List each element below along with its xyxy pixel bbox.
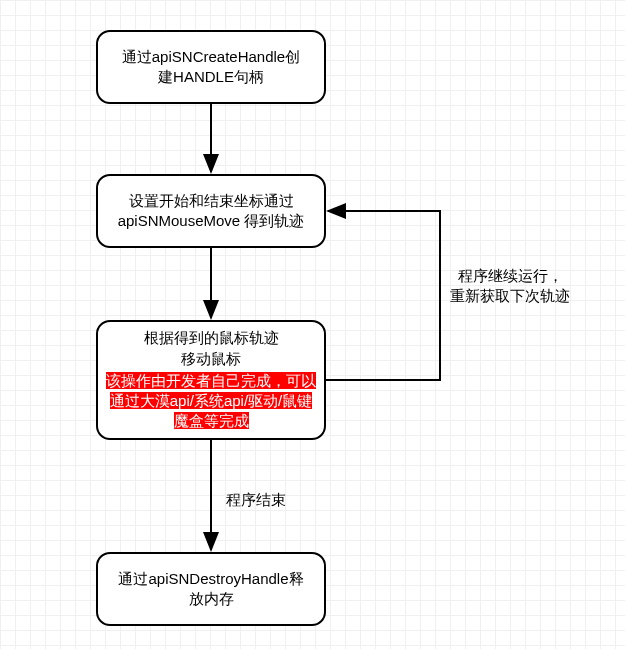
node-text: 根据得到的鼠标轨迹 — [144, 328, 279, 348]
node-mouse-move: 设置开始和结束坐标通过 apiSNMouseMove 得到轨迹 — [96, 174, 326, 248]
edge-label-text: 重新获取下次轨迹 — [450, 286, 570, 306]
node-text: 建HANDLE句柄 — [158, 67, 264, 87]
node-text: 通过apiSNCreateHandle创 — [122, 47, 300, 67]
node-text: 设置开始和结束坐标通过 — [129, 191, 294, 211]
node-highlight: 通过大漠api/系统api/驱动/鼠键 — [110, 392, 313, 409]
node-text: 放内存 — [189, 589, 234, 609]
node-text: apiSNMouseMove 得到轨迹 — [118, 211, 305, 231]
node-text: 移动鼠标 — [181, 349, 241, 369]
edge-label-end: 程序结束 — [226, 490, 286, 510]
edge-label-text: 程序结束 — [226, 491, 286, 508]
node-move-mouse: 根据得到的鼠标轨迹 移动鼠标 该操作由开发者自己完成，可以 通过大漠api/系统… — [96, 320, 326, 440]
node-highlight: 魔盒等完成 — [174, 412, 249, 429]
node-text: 通过apiSNDestroyHandle释 — [118, 569, 303, 589]
edge-label-text: 程序继续运行， — [450, 266, 570, 286]
edge-label-loop: 程序继续运行， 重新获取下次轨迹 — [450, 266, 570, 307]
node-destroy-handle: 通过apiSNDestroyHandle释 放内存 — [96, 552, 326, 626]
node-highlight: 该操作由开发者自己完成，可以 — [106, 372, 316, 389]
node-create-handle: 通过apiSNCreateHandle创 建HANDLE句柄 — [96, 30, 326, 104]
